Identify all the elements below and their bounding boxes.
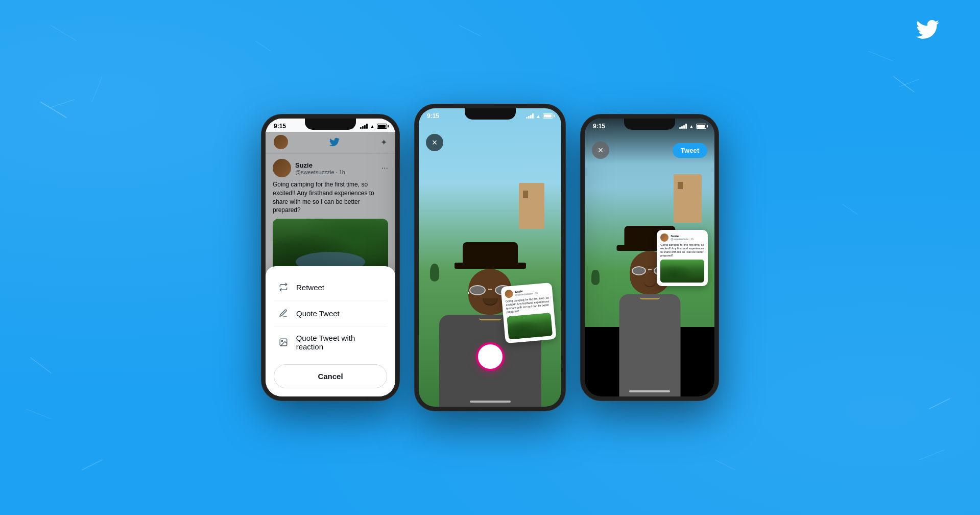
phone-2-screen: 9:15 ▲ × [419, 108, 561, 407]
phone-2-status-icons: ▲ [526, 113, 553, 119]
signal-icon-3 [679, 124, 687, 129]
quote-reaction-label: Quote Tweet with reaction [296, 334, 383, 351]
bridge-2 [488, 289, 492, 290]
sticker-avatar-3 [660, 233, 668, 242]
phone-3-screen: 9:15 ▲ × Twe [585, 119, 714, 396]
sticker-avatar-2 [505, 290, 513, 298]
battery-icon-3 [696, 124, 706, 129]
sticker-header-3: Suzie @sweetsuzzzie · 1h [660, 233, 704, 242]
svg-line-2 [894, 77, 914, 92]
sticker-text-3: Going camping for the first time, so exc… [660, 243, 704, 258]
phones-container: 9:15 ▲ [261, 104, 719, 411]
retweet-option[interactable]: Retweet [274, 274, 387, 300]
tree-left-2 [430, 264, 439, 282]
mouth-3 [643, 281, 656, 287]
quote-tweet-icon [278, 308, 289, 319]
quote-tweet-option[interactable]: Quote Tweet [274, 300, 387, 326]
sticker-forest-3 [660, 260, 704, 283]
signal-icon-2 [526, 113, 534, 119]
lens-left-2 [469, 285, 486, 295]
hat-top-2 [463, 242, 518, 264]
sticker-text-2: Going camping for the first time, so exc… [506, 296, 551, 314]
phone-1-content: 9:15 ▲ [266, 119, 395, 396]
camera-close-button-2[interactable]: × [426, 134, 443, 151]
earbud-left-2 [468, 292, 469, 294]
close-icon-2: × [432, 137, 438, 148]
svg-line-6 [255, 41, 271, 51]
building-3 [674, 174, 702, 223]
phone-2-notch [465, 108, 516, 120]
svg-line-8 [460, 26, 480, 36]
retweet-label: Retweet [296, 283, 324, 292]
phone-2-time: 9:15 [427, 112, 439, 120]
phone-2-home-bar [470, 401, 511, 403]
signal-icon [360, 124, 368, 129]
phone-2: 9:15 ▲ × [415, 104, 565, 411]
phone-1-time: 9:15 [274, 123, 286, 130]
battery-icon-2 [543, 113, 553, 119]
wifi-icon-3: ▲ [689, 124, 694, 129]
phone-1-screen: 9:15 ▲ [266, 119, 395, 396]
phone-1-status-icons: ▲ [360, 124, 387, 129]
tweet-post-button[interactable]: Tweet [673, 143, 707, 158]
building-window-3 [678, 182, 683, 189]
bottom-sheet: Retweet Quote Tweet [266, 266, 395, 396]
building-2 [519, 183, 544, 229]
svg-point-13 [281, 340, 282, 341]
phone-1-home-bar [310, 390, 351, 392]
sticker-image-2 [507, 313, 553, 339]
svg-line-7 [715, 460, 735, 470]
tweet-sticker-3[interactable]: Suzie @sweetsuzzzie · 1h Going camping f… [657, 230, 708, 287]
building-window-2 [523, 191, 528, 198]
sticker-forest-2 [507, 313, 553, 339]
reaction-menu-icon [279, 338, 288, 347]
sticker-image-3 [660, 260, 704, 283]
sticker-handle-3: @sweetsuzzzie · 1h [671, 238, 694, 241]
mouth-2 [483, 298, 498, 306]
quote-menu-icon [279, 309, 288, 318]
battery-icon [377, 124, 387, 129]
svg-line-1 [51, 100, 74, 107]
phone-3-home-bar [629, 390, 670, 392]
close-icon-3: × [598, 145, 604, 156]
body-3 [619, 294, 680, 396]
phone-1: 9:15 ▲ [261, 114, 399, 401]
svg-line-3 [899, 79, 919, 87]
svg-line-4 [31, 358, 51, 373]
phone-3-status-icons: ▲ [679, 124, 706, 129]
necklace-3 [639, 297, 660, 299]
retweet-menu-icon [279, 283, 288, 292]
bridge-3 [648, 269, 652, 270]
phone-3-close-button[interactable]: × [592, 142, 609, 159]
lens-left-3 [632, 266, 646, 275]
tweet-sticker-2[interactable]: Suzie @sweetsuzzzie · 1h Going camping f… [500, 283, 556, 343]
wifi-icon-2: ▲ [536, 113, 541, 119]
svg-line-0 [41, 102, 66, 118]
necklace-2 [479, 317, 501, 320]
phone-3-time: 9:15 [593, 123, 605, 130]
quote-reaction-icon [278, 337, 289, 348]
quote-tweet-label: Quote Tweet [296, 309, 340, 318]
twitter-logo-corner [914, 18, 942, 43]
svg-line-10 [843, 204, 858, 215]
camera-bg-2: 9:15 ▲ × [419, 108, 561, 407]
camera-bg-3: 9:15 ▲ × Twe [585, 119, 714, 396]
phone-1-notch [305, 119, 356, 130]
quote-reaction-option[interactable]: Quote Tweet with reaction [274, 326, 387, 358]
tree-3 [591, 270, 600, 285]
wifi-icon: ▲ [370, 124, 375, 129]
cancel-button[interactable]: Cancel [274, 364, 387, 388]
twitter-bird-icon [914, 18, 942, 41]
svg-line-9 [82, 460, 102, 470]
svg-line-5 [929, 399, 950, 409]
retweet-option-icon [278, 282, 289, 293]
phone-3-notch [624, 119, 675, 130]
phone-3: 9:15 ▲ × Twe [581, 114, 719, 401]
record-button-2[interactable] [476, 342, 505, 371]
